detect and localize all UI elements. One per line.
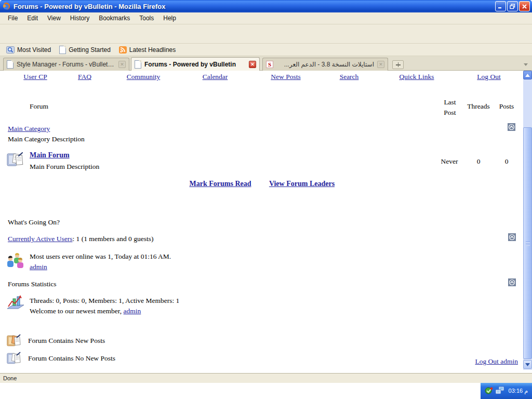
collapse-category-icon[interactable] (508, 123, 515, 131)
menu-bookmarks[interactable]: Bookmarks (94, 13, 135, 23)
main-category-description: Main Category Description (8, 135, 85, 143)
legend-no-new-posts-icon (7, 351, 21, 365)
scrollbar-grip (526, 242, 530, 246)
tab-page-icon (135, 60, 141, 69)
currently-active-users-link[interactable]: Currently Active Users (8, 235, 72, 243)
tab-page-icon (7, 60, 14, 69)
desktop-strip: 03:16 م (0, 383, 532, 399)
tab-arabic-support[interactable]: S استايلات النسخة 3.8 - الدعم العر... ✕ (262, 58, 388, 71)
tab-s-favicon: S (266, 61, 273, 68)
bookmark-getting-started[interactable]: Getting Started (56, 45, 114, 55)
header-threads: Threads (467, 102, 489, 111)
active-users-icon (6, 252, 25, 269)
status-text: Done (3, 375, 17, 381)
tab-close-icon[interactable]: ✕ (377, 61, 384, 68)
header-forum: Forum (30, 102, 48, 111)
vertical-scrollbar[interactable] (523, 71, 532, 370)
bookmark-label: Most Visited (17, 46, 51, 54)
mark-forums-read-link[interactable]: Mark Forums Read (190, 180, 251, 188)
online-user-admin-link[interactable]: admin (30, 263, 47, 271)
nav-link-new-posts[interactable]: New Posts (271, 73, 300, 81)
menu-view[interactable]: View (43, 13, 65, 23)
minimize-button[interactable] (495, 1, 506, 11)
bookmark-most-visited[interactable]: Most Visited (3, 45, 54, 55)
nav-link-faq[interactable]: FAQ (78, 73, 91, 81)
window-title: Forums - Powered by vBulletin - Mozilla … (14, 3, 166, 10)
menu-history[interactable]: History (65, 13, 94, 23)
bookmark-label: Latest Headlines (129, 46, 176, 54)
tab-close-icon[interactable]: ✕ (118, 61, 126, 68)
nav-link-user-cp[interactable]: User CP (23, 73, 47, 81)
bookmark-latest-headlines[interactable]: Latest Headlines (116, 45, 179, 55)
page-icon (59, 46, 66, 54)
system-tray: 03:16 م (481, 383, 532, 399)
most-visited-icon (6, 46, 15, 54)
main-forum-link[interactable]: Main Forum (30, 151, 70, 159)
newest-member-link[interactable]: admin (124, 307, 141, 315)
title-bar: Forums - Powered by vBulletin - Mozilla … (0, 0, 532, 12)
new-tab-button[interactable] (392, 60, 404, 69)
bookmark-label: Getting Started (69, 46, 111, 54)
scrollbar-thumb[interactable] (523, 127, 532, 359)
collapse-active-users-icon[interactable] (508, 233, 516, 241)
nav-link-quick-links[interactable]: Quick Links (399, 73, 434, 81)
statistics-line1: Threads: 0, Posts: 0, Members: 1, Active… (30, 297, 179, 305)
restore-button[interactable] (507, 1, 518, 11)
firefox-window: Forums - Powered by vBulletin - Mozilla … (0, 0, 532, 399)
view-forum-leaders-link[interactable]: View Forum Leaders (269, 180, 335, 188)
forums-statistics-title: Forums Statistics (8, 280, 56, 288)
menu-file[interactable]: File (3, 13, 22, 23)
scroll-up-icon[interactable] (523, 71, 532, 79)
main-forum-description: Main Forum Description (30, 163, 99, 171)
status-bar: Done (0, 373, 532, 383)
collapse-statistics-icon[interactable] (508, 278, 516, 286)
welcome-text: Welcome to our newest member, (30, 307, 124, 315)
nav-link-calendar[interactable]: Calendar (203, 73, 228, 81)
posts-value: 0 (505, 157, 509, 166)
header-last-post: Last Post (439, 97, 461, 118)
browser-viewport: User CP FAQ Community Calendar New Posts… (0, 71, 532, 373)
forum-status-icon-no-new (7, 152, 24, 167)
whats-going-on-title: What's Going On? (8, 218, 60, 227)
bookmarks-toolbar: Most Visited Getting Started Latest Head… (0, 44, 532, 56)
statistics-icon (6, 294, 25, 312)
tray-network-icon[interactable] (495, 386, 504, 395)
threads-value: 0 (477, 157, 481, 166)
tray-app-icon[interactable] (485, 387, 493, 395)
close-button[interactable] (519, 1, 530, 11)
log-out-admin-link[interactable]: Log Out admin (475, 357, 518, 366)
tab-label: Forums - Powered by vBulletin (144, 61, 246, 68)
last-post-value: Never (441, 157, 458, 166)
plus-icon (396, 62, 401, 67)
tab-label: استايلات النسخة 3.8 - الدعم العر... (276, 61, 374, 68)
legend-new-posts-label: Forum Contains New Posts (28, 337, 105, 345)
rss-icon (119, 46, 127, 54)
tab-label: Style Manager - Forums - vBulletin Adm..… (17, 61, 115, 68)
nav-link-log-out[interactable]: Log Out (477, 73, 500, 81)
tab-style-manager[interactable]: Style Manager - Forums - vBulletin Adm..… (3, 58, 129, 71)
tab-close-icon[interactable]: ✕ (249, 61, 256, 68)
menu-tools[interactable]: Tools (135, 13, 158, 23)
tab-forums-active[interactable]: Forums - Powered by vBulletin ✕ (131, 57, 260, 71)
header-posts: Posts (499, 102, 514, 111)
navigation-toolbar (0, 24, 532, 44)
menu-help[interactable]: Help (158, 13, 181, 23)
tab-bar: Style Manager - Forums - vBulletin Adm..… (0, 56, 532, 71)
active-users-count: : 1 (1 members and 0 guests) (72, 235, 153, 243)
scroll-down-icon[interactable] (523, 360, 532, 369)
legend-new-posts-icon (7, 334, 21, 348)
nav-link-community[interactable]: Community (127, 73, 161, 81)
firefox-icon (2, 2, 10, 10)
taskbar-clock: 03:16 م (509, 388, 528, 394)
legend-no-new-posts-label: Forum Contains No New Posts (28, 354, 115, 363)
menu-edit[interactable]: Edit (22, 13, 43, 23)
nav-link-search[interactable]: Search (340, 73, 359, 81)
most-users-text: Most users ever online was 1, Today at 0… (30, 252, 171, 261)
menu-bar: File Edit View History Bookmarks Tools H… (0, 12, 532, 24)
list-all-tabs-button[interactable] (521, 60, 530, 69)
forum-page: User CP FAQ Community Calendar New Posts… (0, 71, 523, 373)
main-category-link[interactable]: Main Category (8, 125, 50, 133)
